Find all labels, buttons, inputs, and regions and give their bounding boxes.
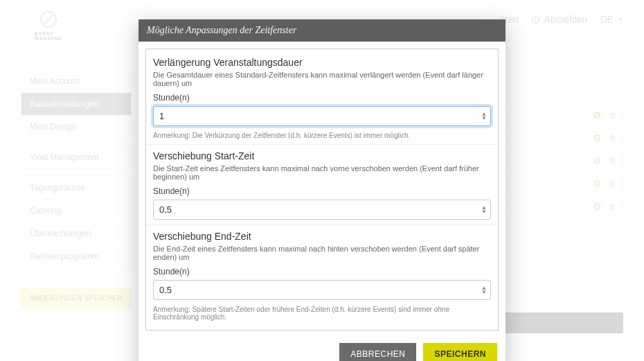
section-desc: Die End-Zeit eines Zeitfensters kann max… — [153, 245, 491, 261]
input-label: Stunde(n) — [153, 93, 491, 103]
modal-title: Mögliche Anpassungen der Zeitfenster — [138, 19, 506, 42]
modal-zeitfenster: Mögliche Anpassungen der Zeitfenster Ver… — [138, 19, 506, 361]
section-note: Anmerkung: Die Verkürzung der Zeitfenste… — [153, 132, 491, 139]
section-verlaengerung: Verlängerung Veranstaltungsdauer Die Ges… — [146, 53, 498, 141]
input-label: Stunde(n) — [153, 186, 491, 196]
cancel-button[interactable]: ABBRECHEN — [339, 343, 416, 361]
input-label: Stunde(n) — [153, 267, 491, 276]
input-end-verschiebung-stunden[interactable] — [153, 280, 491, 300]
section-verschiebung-end: Verschiebung End-Zeit Die End-Zeit eines… — [146, 224, 498, 323]
section-title: Verschiebung Start-Zeit — [153, 150, 491, 161]
section-desc: Die Gesamtdauer eines Standard-Zeitfenst… — [153, 71, 491, 87]
save-button[interactable]: SPEICHERN — [423, 343, 497, 361]
input-verlaengerung-stunden[interactable] — [153, 106, 491, 126]
input-start-verschiebung-stunden[interactable] — [153, 200, 491, 220]
section-desc: Die Start-Zeit eines Zeitfensters kann m… — [153, 164, 491, 181]
section-note: Anmerkung: Spätere Start-Zeiten oder frü… — [153, 306, 491, 321]
section-title: Verlängerung Veranstaltungsdauer — [153, 57, 491, 68]
section-title: Verschiebung End-Zeit — [153, 231, 491, 242]
section-verschiebung-start: Verschiebung Start-Zeit Die Start-Zeit e… — [146, 144, 498, 222]
